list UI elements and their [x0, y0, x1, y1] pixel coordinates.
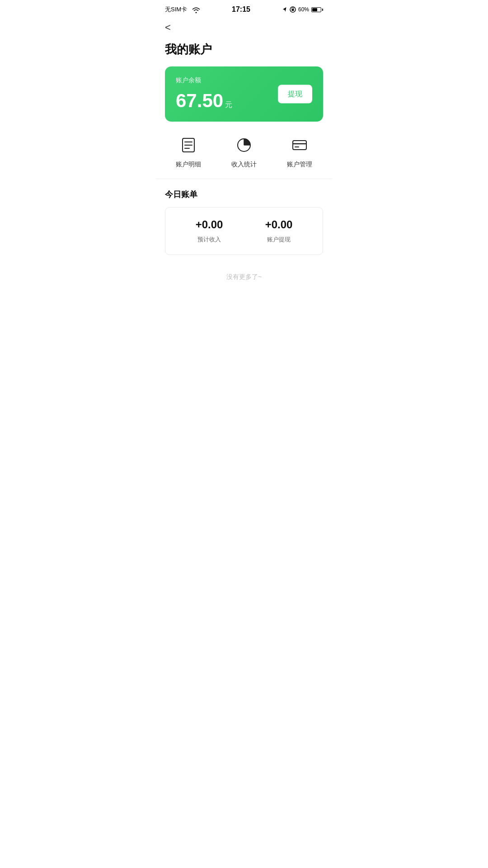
- battery-percent: 60%: [298, 6, 309, 13]
- bill-withdraw-amount: +0.00: [265, 218, 293, 231]
- balance-unit: 元: [225, 100, 232, 110]
- balance-label: 账户余额: [176, 76, 312, 85]
- status-right: 60%: [282, 6, 323, 13]
- bill-withdraw-label: 账户提现: [267, 236, 291, 244]
- chart-icon: [233, 134, 255, 156]
- status-time: 17:15: [232, 5, 250, 14]
- status-bar: 无SIM卡 17:15 60%: [156, 0, 332, 17]
- bill-item-income: +0.00 预计收入: [196, 218, 223, 244]
- card-icon: [289, 134, 310, 156]
- battery-icon: [311, 7, 323, 12]
- quick-actions: 账户明细 收入统计 账户管理: [156, 122, 332, 179]
- balance-card: 账户余额 67.50 元 提现: [165, 66, 323, 122]
- svg-rect-9: [293, 141, 306, 150]
- bill-item-withdraw: +0.00 账户提现: [265, 218, 293, 244]
- svg-rect-1: [291, 9, 294, 11]
- no-sim-text: 无SIM卡: [165, 6, 187, 13]
- action-account-detail[interactable]: 账户明细: [176, 134, 201, 169]
- list-icon: [178, 134, 199, 156]
- balance-value: 67.50: [176, 90, 223, 112]
- back-button[interactable]: <: [165, 22, 171, 33]
- action-detail-label: 账户明细: [176, 160, 201, 169]
- wifi-icon: [192, 7, 200, 13]
- lock-icon: [290, 6, 296, 13]
- nav-bar: <: [156, 17, 332, 38]
- status-left: 无SIM卡: [165, 5, 200, 14]
- today-bill-title: 今日账单: [156, 179, 332, 207]
- location-icon: [282, 6, 287, 13]
- action-income-stats[interactable]: 收入统计: [231, 134, 257, 169]
- action-manage-label: 账户管理: [287, 160, 312, 169]
- bill-income-label: 预计收入: [197, 236, 221, 244]
- action-account-manage[interactable]: 账户管理: [287, 134, 312, 169]
- bill-card: +0.00 预计收入 +0.00 账户提现: [165, 207, 323, 255]
- action-stats-label: 收入统计: [231, 160, 257, 169]
- no-more-text: 没有更多了~: [156, 255, 332, 299]
- page-title: 我的账户: [156, 38, 332, 66]
- withdraw-button[interactable]: 提现: [278, 85, 312, 104]
- bill-income-amount: +0.00: [196, 218, 223, 231]
